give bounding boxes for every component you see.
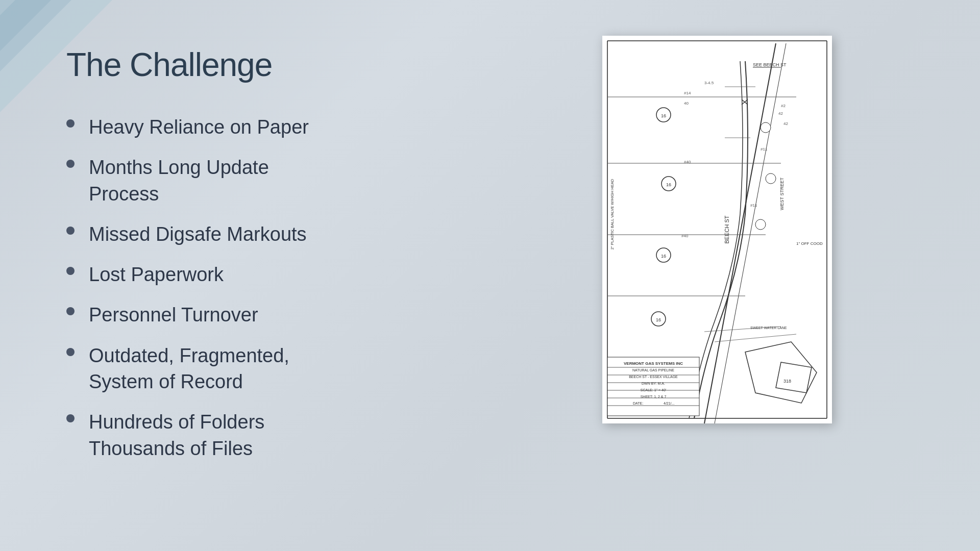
svg-text:#40: #40: [684, 160, 691, 164]
blueprint-image: 16 16 16 16 BEECH ST SEE BEECH ST: [602, 36, 832, 423]
svg-text:SEE BEECH ST: SEE BEECH ST: [753, 62, 787, 67]
svg-point-23: [766, 173, 776, 184]
content-area: The Challenge Heavy Reliance on Paper Mo…: [0, 0, 980, 551]
svg-text:16: 16: [661, 113, 666, 118]
svg-text:#2: #2: [781, 104, 786, 108]
svg-marker-43: [776, 362, 812, 393]
bullet-item-lost-paperwork: Lost Paperwork: [66, 262, 485, 288]
svg-text:4/21/...: 4/21/...: [664, 402, 674, 405]
bullet-dot: [66, 267, 75, 275]
bullet-list: Heavy Reliance on Paper Months Long Upda…: [66, 114, 485, 476]
svg-text:SWEET WATER LANE: SWEET WATER LANE: [750, 326, 787, 330]
bullet-text-lost-paperwork: Lost Paperwork: [89, 262, 224, 288]
svg-text:16: 16: [656, 317, 661, 322]
svg-text:318: 318: [783, 379, 791, 384]
bullet-text-months-long: Months Long UpdateProcess: [89, 155, 269, 207]
svg-text:#11: #11: [761, 147, 768, 152]
svg-point-22: [761, 122, 771, 133]
bullet-dot: [66, 348, 75, 356]
bullet-item-hundreds: Hundreds of FoldersThousands of Files: [66, 409, 485, 462]
svg-text:16: 16: [666, 182, 671, 187]
svg-text:42: 42: [778, 111, 783, 116]
right-panel: 16 16 16 16 BEECH ST SEE BEECH ST: [485, 31, 939, 423]
bullet-text-outdated: Outdated, Fragmented,System of Record: [89, 343, 289, 395]
bullet-dot: [66, 307, 75, 315]
svg-point-24: [755, 219, 766, 230]
bullet-item-months-long: Months Long UpdateProcess: [66, 155, 485, 207]
svg-text:BEECH ST - ESSEX VILLAGE: BEECH ST - ESSEX VILLAGE: [629, 375, 678, 379]
bullet-dot: [66, 414, 75, 422]
bullet-dot: [66, 160, 75, 168]
left-panel: The Challenge Heavy Reliance on Paper Mo…: [66, 31, 485, 476]
svg-text:NATURAL GAS PIPELINE: NATURAL GAS PIPELINE: [632, 368, 674, 372]
svg-text:#14: #14: [684, 91, 691, 95]
bullet-item-heavy-reliance: Heavy Reliance on Paper: [66, 114, 485, 140]
svg-text:WEST STREET: WEST STREET: [779, 178, 785, 210]
svg-rect-45: [607, 357, 699, 416]
blueprint-svg: 16 16 16 16 BEECH ST SEE BEECH ST: [602, 36, 832, 423]
bullet-item-outdated: Outdated, Fragmented,System of Record: [66, 343, 485, 395]
svg-text:BEECH ST: BEECH ST: [724, 215, 730, 243]
svg-text:2" PLASTIC BALL VALVE W/HIGH H: 2" PLASTIC BALL VALVE W/HIGH HEAD: [610, 179, 615, 249]
bullet-text-heavy-reliance: Heavy Reliance on Paper: [89, 114, 309, 140]
svg-text:VERMONT GAS SYSTEMS INC: VERMONT GAS SYSTEMS INC: [624, 361, 683, 366]
slide-title: The Challenge: [66, 46, 485, 84]
svg-text:DATE:: DATE:: [633, 402, 643, 405]
svg-text:40: 40: [684, 101, 689, 106]
svg-text:#40: #40: [681, 234, 689, 238]
svg-text:42: 42: [783, 121, 788, 126]
bullet-item-missed-digsafe: Missed Digsafe Markouts: [66, 221, 485, 247]
svg-text:DWN BY: M.A.: DWN BY: M.A.: [642, 382, 665, 385]
bullet-item-personnel-turnover: Personnel Turnover: [66, 302, 485, 328]
bullet-dot: [66, 227, 75, 235]
svg-text:SHEET: 1, 2 & 7: SHEET: 1, 2 & 7: [641, 395, 667, 398]
bullet-dot: [66, 119, 75, 128]
svg-text:1" OFF COOD: 1" OFF COOD: [796, 241, 823, 246]
svg-text:SCALE: 1" = 40': SCALE: 1" = 40': [641, 388, 666, 392]
svg-text:16: 16: [661, 254, 666, 259]
bullet-text-hundreds: Hundreds of FoldersThousands of Files: [89, 409, 264, 462]
svg-text:3-4.5: 3-4.5: [704, 81, 714, 85]
bullet-text-missed-digsafe: Missed Digsafe Markouts: [89, 221, 307, 247]
bullet-text-personnel-turnover: Personnel Turnover: [89, 302, 258, 328]
svg-text:#11: #11: [750, 203, 757, 208]
